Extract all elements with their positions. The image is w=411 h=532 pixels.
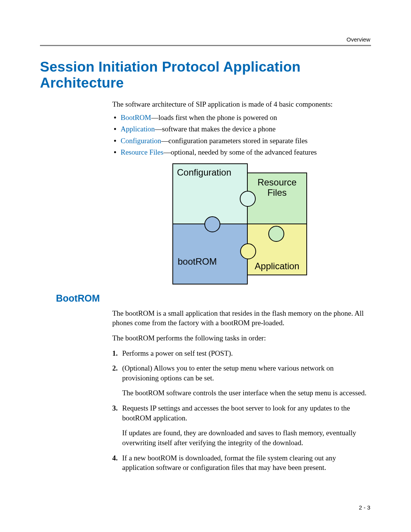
component-desc: —loads first when the phone is powered o… [151, 113, 277, 121]
component-term[interactable]: BootROM [121, 113, 151, 121]
architecture-diagram-container: Configuration Resource Files bootROM App… [112, 163, 367, 284]
list-item: Configuration—configuration parameters s… [112, 136, 367, 147]
body-paragraph: The bootROM performs the following tasks… [112, 333, 367, 343]
diagram-label: Application [255, 261, 299, 272]
component-term[interactable]: Resource Files [121, 148, 163, 156]
step-body: Requests IP settings and accesses the bo… [122, 404, 350, 422]
body-paragraph: The bootROM is a small application that … [112, 308, 367, 328]
step-sub: If updates are found, they are downloade… [122, 428, 367, 447]
list-item: BootROM—loads first when the phone is po… [112, 112, 367, 123]
diagram-label: Resource Files [258, 177, 297, 198]
bootrom-block: The bootROM is a small application that … [112, 308, 367, 473]
component-desc: —software that makes the device a phone [155, 125, 276, 133]
diagram-piece-bootrom: bootROM [172, 224, 248, 284]
step-body: If a new bootROM is downloaded, format t… [122, 454, 336, 472]
list-item: Application—software that makes the devi… [112, 124, 367, 135]
step-item: If a new bootROM is downloaded, format t… [112, 453, 367, 473]
step-item: (Optional) Allows you to enter the setup… [112, 363, 367, 398]
puzzle-knob-icon [240, 191, 256, 207]
page: Overview Session Initiation Protocol App… [0, 0, 411, 532]
architecture-diagram: Configuration Resource Files bootROM App… [172, 163, 307, 284]
step-body: (Optional) Allows you to enter the setup… [122, 364, 334, 382]
puzzle-knob-icon [204, 216, 220, 232]
list-item: Resource Files—optional, needed by some … [112, 147, 367, 158]
section-heading-bootrom: BootROM [56, 293, 371, 304]
diagram-label: Configuration [177, 167, 231, 178]
running-head: Overview [346, 36, 370, 43]
step-sub: The bootROM software controls the user i… [122, 388, 367, 398]
intro-text: The software architecture of SIP applica… [112, 99, 367, 109]
puzzle-knob-icon [268, 226, 284, 242]
header-rule [40, 45, 371, 46]
puzzle-knob-icon [240, 243, 256, 259]
component-desc: —optional, needed by some of the advance… [163, 148, 317, 156]
intro-block: The software architecture of SIP applica… [112, 99, 367, 284]
diagram-piece-configuration: Configuration [172, 163, 248, 224]
page-number: 2 - 3 [359, 504, 370, 511]
component-desc: —configuration parameters stored in sepa… [161, 137, 308, 145]
step-item: Requests IP settings and accesses the bo… [112, 403, 367, 448]
component-term[interactable]: Configuration [121, 137, 161, 145]
diagram-label: bootROM [178, 256, 217, 267]
component-term[interactable]: Application [121, 125, 155, 133]
component-list: BootROM—loads first when the phone is po… [112, 112, 367, 158]
step-item: Performs a power on self test (POST). [112, 348, 367, 358]
step-body: Performs a power on self test (POST). [122, 349, 233, 357]
steps-list: Performs a power on self test (POST). (O… [112, 348, 367, 473]
page-title: Session Initiation Protocol Application … [40, 59, 371, 91]
